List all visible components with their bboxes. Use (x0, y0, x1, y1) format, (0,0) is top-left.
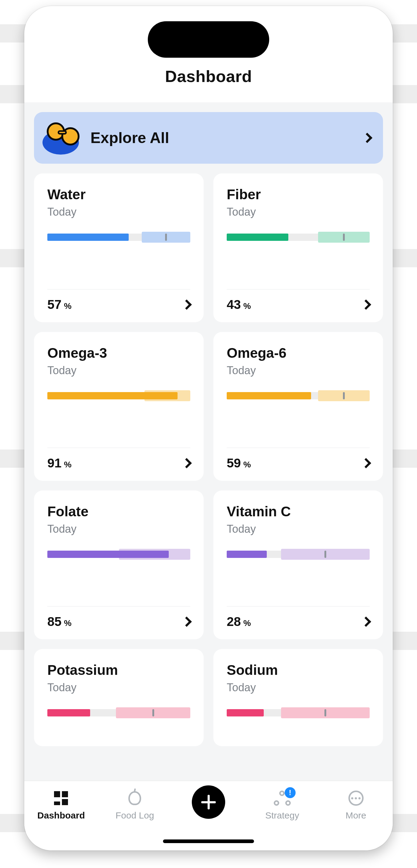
nutrient-card[interactable]: Omega-6Today59% (213, 332, 383, 481)
progress-bar (47, 709, 190, 716)
tab-label: Dashboard (37, 810, 85, 820)
nutrient-name: Vitamin C (227, 503, 370, 520)
tab-label: More (345, 810, 366, 820)
more-icon (347, 789, 365, 807)
nutrient-name: Omega-3 (47, 345, 190, 361)
page-title: Dashboard (24, 67, 393, 86)
progress-bar (47, 234, 190, 241)
binoculars-icon (42, 121, 82, 155)
chevron-right-icon (361, 300, 371, 310)
divider (47, 289, 190, 289)
tab-dashboard[interactable]: Dashboard (34, 789, 88, 820)
nutrient-period: Today (47, 206, 190, 218)
apple-icon (126, 789, 144, 807)
divider (227, 606, 370, 607)
progress-bar (47, 392, 190, 399)
tab-more[interactable]: More (329, 789, 383, 820)
nutrient-card[interactable]: Omega-3Today91% (34, 332, 204, 481)
nutrient-period: Today (227, 681, 370, 694)
progress-bar (227, 234, 370, 241)
home-indicator (163, 839, 254, 843)
nutrient-name: Omega-6 (227, 345, 370, 361)
tab-label: Strategy (265, 810, 299, 820)
progress-bar (227, 392, 370, 399)
nutrient-card[interactable]: SodiumToday (213, 649, 383, 746)
chevron-right-icon (361, 617, 371, 627)
nutrient-card[interactable]: FiberToday43% (213, 174, 383, 322)
add-button[interactable] (192, 785, 225, 819)
divider (227, 289, 370, 289)
tab-food-log[interactable]: Food Log (107, 789, 162, 820)
nutrient-name: Folate (47, 503, 190, 520)
nutrient-percent: 85% (47, 614, 72, 629)
tab-strategy[interactable]: ! Strategy (255, 789, 310, 820)
nutrient-grid: WaterToday57%FiberToday43%Omega-3Today91… (34, 174, 383, 746)
divider (47, 606, 190, 607)
nutrient-percent: 91% (47, 456, 72, 470)
progress-bar (227, 709, 370, 716)
explore-all-button[interactable]: Explore All (34, 112, 383, 164)
nutrient-card[interactable]: PotassiumToday (34, 649, 204, 746)
dashboard-icon (52, 789, 70, 807)
nutrient-card[interactable]: WaterToday57% (34, 174, 204, 322)
nutrient-period: Today (227, 523, 370, 535)
nutrient-percent: 59% (227, 456, 251, 470)
chevron-right-icon (182, 300, 192, 310)
chevron-right-icon (361, 458, 371, 468)
device-notch (148, 21, 269, 58)
nutrient-period: Today (47, 364, 190, 377)
chevron-right-icon (182, 458, 192, 468)
nutrient-name: Sodium (227, 662, 370, 678)
nutrient-percent: 43% (227, 297, 251, 312)
chevron-right-icon (182, 617, 192, 627)
explore-all-label: Explore All (91, 129, 355, 147)
nutrient-period: Today (47, 681, 190, 694)
chevron-right-icon (362, 133, 373, 143)
nutrient-period: Today (47, 523, 190, 535)
nutrient-period: Today (227, 206, 370, 218)
alert-badge-icon: ! (285, 787, 296, 798)
nutrient-card[interactable]: FolateToday85% (34, 491, 204, 639)
nutrient-percent: 57% (47, 297, 72, 312)
progress-bar (227, 551, 370, 558)
nutrient-period: Today (227, 364, 370, 377)
progress-bar (47, 551, 190, 558)
nutrient-name: Water (47, 186, 190, 203)
nutrient-name: Fiber (227, 186, 370, 203)
nutrient-name: Potassium (47, 662, 190, 678)
nutrient-card[interactable]: Vitamin CToday28% (213, 491, 383, 639)
phone-frame: Dashboard Explore All WaterToday57%Fiber… (24, 6, 393, 850)
tab-label: Food Log (116, 810, 154, 820)
nutrient-percent: 28% (227, 614, 251, 629)
content-area: Explore All WaterToday57%FiberToday43%Om… (24, 102, 393, 780)
